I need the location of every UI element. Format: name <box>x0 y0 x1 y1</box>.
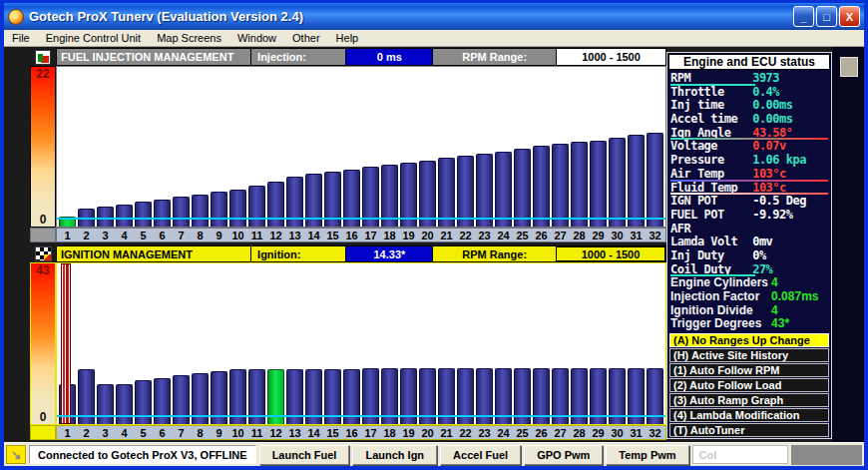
chart-slot-19[interactable] <box>399 67 418 227</box>
chart-slot-12[interactable] <box>266 263 285 424</box>
button-temp-pwm[interactable]: Temp Pwm <box>606 445 688 465</box>
scrollbar-thumb[interactable] <box>840 57 858 77</box>
chart-slot-11[interactable] <box>247 67 266 227</box>
chart-slot-30[interactable] <box>608 67 627 227</box>
chart-slot-5[interactable] <box>134 263 153 424</box>
chart-slot-16[interactable] <box>342 67 361 227</box>
chart-slot-7[interactable] <box>172 67 191 227</box>
fuel-bar-chart[interactable] <box>56 66 666 228</box>
mode-item--t-autotuner[interactable]: (T) AutoTuner <box>669 423 829 437</box>
chart-slot-16[interactable] <box>342 263 361 424</box>
chart-slot-5[interactable] <box>134 67 153 227</box>
chart-slot-1[interactable] <box>58 263 77 424</box>
chart-bar-4[interactable] <box>116 384 133 424</box>
mode-item--4-lambda-modification[interactable]: (4) Lambda Modification <box>669 408 829 422</box>
chart-bar-12[interactable] <box>267 182 284 227</box>
chart-slot-1[interactable] <box>58 67 77 227</box>
chart-bar-28[interactable] <box>571 142 588 227</box>
chart-bar-6[interactable] <box>154 378 171 424</box>
chart-slot-12[interactable] <box>266 67 285 227</box>
chart-bar-8[interactable] <box>192 195 209 227</box>
chart-bar-27[interactable] <box>552 144 569 227</box>
chart-slot-8[interactable] <box>191 263 210 424</box>
chart-slot-18[interactable] <box>380 263 399 424</box>
chart-slot-11[interactable] <box>247 263 266 424</box>
mode-item--1-auto-follow-rpm[interactable]: (1) Auto Follow RPM <box>669 363 829 377</box>
chart-slot-14[interactable] <box>304 263 323 424</box>
chart-slot-25[interactable] <box>513 263 532 424</box>
chart-bar-3[interactable] <box>97 207 114 227</box>
chart-slot-2[interactable] <box>77 67 96 227</box>
menu-item-engine-control-unit[interactable]: Engine Control Unit <box>38 31 149 45</box>
chart-bar-5[interactable] <box>135 202 152 227</box>
button-launch-fuel[interactable]: Launch Fuel <box>259 445 350 465</box>
chart-slot-26[interactable] <box>532 263 551 424</box>
chart-slot-3[interactable] <box>96 263 115 424</box>
menu-item-help[interactable]: Help <box>328 31 367 45</box>
chart-slot-9[interactable] <box>210 263 228 424</box>
chart-slot-27[interactable] <box>551 67 570 227</box>
chart-bar-32[interactable] <box>647 133 663 227</box>
menu-item-map-screens[interactable]: Map Screens <box>149 31 229 45</box>
chart-slot-17[interactable] <box>361 263 380 424</box>
mode-item--a-no-ranges-up-change[interactable]: (A) No Ranges Up Change <box>669 333 829 347</box>
chart-slot-28[interactable] <box>570 263 589 424</box>
chart-slot-4[interactable] <box>115 67 134 227</box>
chart-slot-32[interactable] <box>646 67 664 227</box>
chart-bar-6[interactable] <box>154 200 171 227</box>
chart-bar-5[interactable] <box>135 380 152 424</box>
chart-slot-17[interactable] <box>361 67 380 227</box>
chart-bar-4[interactable] <box>116 205 133 227</box>
chart-slot-20[interactable] <box>418 67 437 227</box>
active-site-cursor[interactable] <box>61 263 71 424</box>
button-accel-fuel[interactable]: Accel Fuel <box>440 445 521 465</box>
chart-slot-29[interactable] <box>589 67 608 227</box>
chart-slot-22[interactable] <box>456 67 475 227</box>
chart-bar-30[interactable] <box>609 138 626 227</box>
chart-slot-23[interactable] <box>475 263 494 424</box>
chart-slot-32[interactable] <box>646 263 664 424</box>
chart-bar-29[interactable] <box>590 141 607 227</box>
menu-item-file[interactable]: File <box>4 31 38 45</box>
menu-item-other[interactable]: Other <box>284 31 328 45</box>
chart-slot-31[interactable] <box>627 263 646 424</box>
chart-bar-7[interactable] <box>173 197 190 227</box>
chart-bar-23[interactable] <box>476 154 493 227</box>
chart-slot-24[interactable] <box>494 67 513 227</box>
chart-slot-26[interactable] <box>532 67 551 227</box>
ignition-bar-chart[interactable] <box>56 262 666 425</box>
chart-slot-14[interactable] <box>304 67 323 227</box>
mode-item--3-auto-ramp-graph[interactable]: (3) Auto Ramp Graph <box>669 393 829 407</box>
button-launch-ign[interactable]: Launch Ign <box>352 445 437 465</box>
chart-slot-31[interactable] <box>627 67 646 227</box>
chart-bar-21[interactable] <box>438 158 455 227</box>
chart-slot-19[interactable] <box>399 263 418 424</box>
chart-slot-20[interactable] <box>418 263 437 424</box>
chart-bar-9[interactable] <box>211 192 227 227</box>
minimize-button[interactable]: _ <box>793 6 814 27</box>
chart-slot-22[interactable] <box>456 263 475 424</box>
chart-slot-24[interactable] <box>494 263 513 424</box>
chart-bar-24[interactable] <box>495 152 512 227</box>
maximize-button[interactable]: □ <box>816 6 837 27</box>
chart-slot-21[interactable] <box>437 263 456 424</box>
chart-slot-10[interactable] <box>228 263 247 424</box>
chart-slot-8[interactable] <box>191 67 210 227</box>
mode-item--2-auto-follow-load[interactable]: (2) Auto Follow Load <box>669 378 829 392</box>
chart-slot-25[interactable] <box>513 67 532 227</box>
chart-slot-27[interactable] <box>551 263 570 424</box>
chart-slot-4[interactable] <box>115 263 134 424</box>
menu-item-window[interactable]: Window <box>229 31 284 45</box>
chart-slot-6[interactable] <box>153 67 172 227</box>
chart-slot-13[interactable] <box>285 67 304 227</box>
chart-slot-2[interactable] <box>77 263 96 424</box>
chart-slot-23[interactable] <box>475 67 494 227</box>
close-button[interactable]: X <box>839 6 860 27</box>
chart-slot-9[interactable] <box>210 67 228 227</box>
chart-slot-21[interactable] <box>437 67 456 227</box>
chart-bar-31[interactable] <box>628 135 645 227</box>
chart-bar-26[interactable] <box>533 146 550 227</box>
button-gpo-pwm[interactable]: GPO Pwm <box>524 445 603 465</box>
chart-slot-10[interactable] <box>228 67 247 227</box>
chart-slot-30[interactable] <box>608 263 627 424</box>
